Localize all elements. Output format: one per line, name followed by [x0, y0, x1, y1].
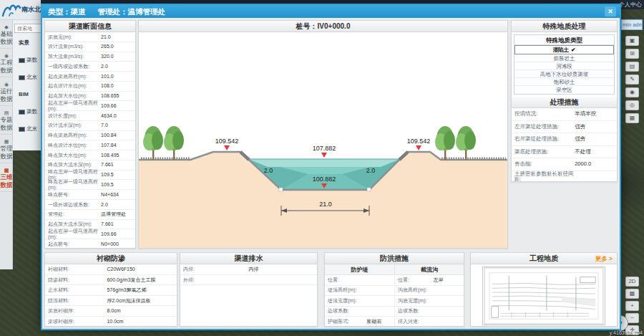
row-value: 强夯: [575, 124, 585, 130]
geology-type-option[interactable]: 高地下水位砂质渠坡✔: [514, 70, 614, 78]
row-value: 100.84: [101, 133, 116, 138]
map-tool-button[interactable]: ◎: [625, 100, 639, 110]
sidebar-item[interactable]: ▦ 三维数据: [0, 163, 13, 192]
row-value: 温博管理处: [101, 211, 126, 217]
search-input[interactable]: [14, 24, 41, 33]
geology-type-option[interactable]: 湿陷土✔: [514, 45, 614, 54]
map-tool-button[interactable]: +: [625, 301, 639, 311]
geology-type-option[interactable]: 膨胀岩土✔: [514, 54, 614, 62]
sidebar-item-icon: ▦: [0, 138, 13, 145]
layer-item-label: 实景: [19, 37, 29, 49]
layer-item[interactable]: 实景: [13, 34, 41, 52]
map-tool-icon: +: [630, 302, 634, 309]
row-label: 管理处:: [45, 211, 101, 217]
user-center-link[interactable]: 个人中心: [619, 1, 642, 9]
sidebar-item[interactable]: ◉ 运行数据: [0, 77, 13, 106]
layer-item-label: 渠数: [26, 57, 37, 64]
table-row: 渠底处理措施: 不处理: [512, 146, 617, 159]
close-icon[interactable]: ✕: [605, 6, 616, 16]
geology-profile-drawing[interactable]: [482, 267, 605, 325]
table-row: 止水材料: 576g/m3聚氯乙烯: [45, 285, 177, 296]
sidebar-item[interactable]: ▤ 专题数据: [0, 106, 13, 135]
row-value: 7.661: [101, 162, 114, 168]
row-label: 排入河道:: [394, 317, 433, 327]
more-link[interactable]: 更多 >: [595, 253, 613, 264]
map-tool-button[interactable]: ▤: [625, 62, 639, 72]
row-value: 101.0: [101, 74, 114, 80]
row-value: 内排: [249, 267, 259, 272]
flood-right-header: 截流沟: [394, 264, 464, 274]
lining-title: 衬砌防渗: [45, 253, 177, 264]
map-tool-icon: ◉: [630, 89, 635, 95]
layer-item-label: 北京: [26, 125, 37, 133]
sidebar-menu: ◆ 基础数据 ◉ 工程数据 ◉ 运行数据 ▤ 专题数据 ▦ 管理数据: [0, 20, 13, 269]
layer-item[interactable]: 北京: [13, 120, 41, 138]
map-tool-button[interactable]: 2D: [625, 277, 639, 287]
table-row: 终点渠底高程(m): 100.84: [45, 131, 135, 141]
row-label: 渠底宽(m):: [45, 34, 101, 40]
lining-pad-left: [279, 188, 283, 191]
row-label: 一级内坡边坡系数:: [45, 64, 101, 69]
layer-item-label: 北京: [26, 74, 37, 81]
special-geology-panel: 特殊地质处理 特殊地质类型 湿陷土✔ 膨胀岩土✔ 河滩: [511, 20, 618, 182]
geology-type-label: 湿陷土: [553, 47, 570, 53]
row-value: 109.5: [101, 182, 114, 188]
row-value: 7.661: [101, 221, 114, 227]
row-value: 600.0g/m3复合土工膜: [107, 277, 155, 283]
flood-panel: 防洪措施 防护堤 截流沟 位置: 位置: 左岸 堤顶高程(m):: [324, 252, 464, 327]
row-value: C20W6F150: [107, 267, 135, 272]
elevation-label-bottom: 100.882: [313, 176, 336, 183]
row-value: 半填半挖: [575, 111, 596, 117]
table-row: 起点左岸一级马道高程(m): 109.66: [45, 101, 135, 111]
row-value: 265.0: [101, 44, 114, 49]
geology-type-option[interactable]: 饱和砂土✔: [514, 78, 614, 86]
row-value: 108.0: [101, 83, 114, 89]
layer-panel: 实景 渠数 北京 BIM 渠数: [13, 20, 41, 150]
layer-item[interactable]: 渠数: [13, 52, 41, 69]
layer-item[interactable]: BIM: [13, 86, 41, 103]
row-value: 576g/m3聚氯乙烯: [107, 287, 146, 293]
sidebar-item[interactable]: ▦ 管理数据: [0, 135, 13, 163]
table-row: 起点右岸一级马道高程(m): 109.66: [45, 229, 135, 239]
app-logo: [0, 1, 21, 19]
map-tool-button[interactable]: ✎: [625, 75, 639, 85]
row-label: 左岸渠堤处理措施:: [512, 124, 575, 130]
layer-item[interactable]: 渠数: [13, 103, 41, 120]
table-row: 土挤密桩参数桩长桩径间距:: [512, 171, 617, 183]
layer-item[interactable]: 北京: [13, 69, 41, 86]
sidebar-item-label: 运行数据: [0, 87, 13, 102]
row-value: 不处理: [575, 149, 591, 155]
table-row: 内排: 内排: [180, 264, 317, 275]
table-row: 左岸渠堤处理措施: 强夯: [512, 121, 617, 134]
trees-left: [143, 126, 184, 160]
row-label: 起点左岸一级马道高程(m):: [45, 100, 101, 111]
map-tool-button[interactable]: ⊞: [625, 49, 639, 59]
row-label: 终点桩号:: [45, 192, 101, 198]
geology-type-label: 膨胀岩土: [554, 55, 575, 62]
map-tool-button[interactable]: ▣: [625, 36, 639, 46]
map-coordinates: y:4163938.754: [610, 330, 643, 335]
map-tool-icon: ▤: [630, 63, 635, 69]
admin-user-chip[interactable]: min admin: [621, 19, 643, 30]
layer-item-label: BIM: [19, 88, 29, 101]
row-label: 堤顶高程(m):: [325, 287, 366, 294]
slope-label-right: 2.0: [366, 167, 376, 174]
row-label: 防冻材料:: [45, 298, 107, 304]
sidebar-item[interactable]: ◆ 基础数据: [0, 20, 13, 49]
map-tool-button[interactable]: ◉: [625, 87, 639, 97]
map-tool-button[interactable]: ▦: [625, 113, 639, 123]
row-label: 起点加大流水深(m):: [45, 221, 101, 227]
layer-thumb-icon: [19, 110, 25, 115]
sidebar-item-icon: ◉: [0, 52, 13, 59]
flood-left-header: 防护堤: [325, 264, 394, 274]
map-tool-button[interactable]: ▦: [625, 289, 639, 299]
geology-type-option[interactable]: 河滩段✔: [514, 62, 614, 70]
special-geology-title: 特殊地质处理: [512, 21, 617, 32]
row-label: 设计流水深(m):: [45, 123, 101, 128]
app-title: 南水北: [21, 5, 41, 14]
geology-type-option[interactable]: 采空区✔: [514, 86, 614, 94]
modal-title-type: 类型：渠道: [48, 7, 86, 16]
row-value: 2.0: [101, 64, 108, 69]
sidebar-item[interactable]: ◉ 工程数据: [0, 49, 13, 77]
table-row: 渠底宽(m): 21.0: [45, 32, 135, 42]
